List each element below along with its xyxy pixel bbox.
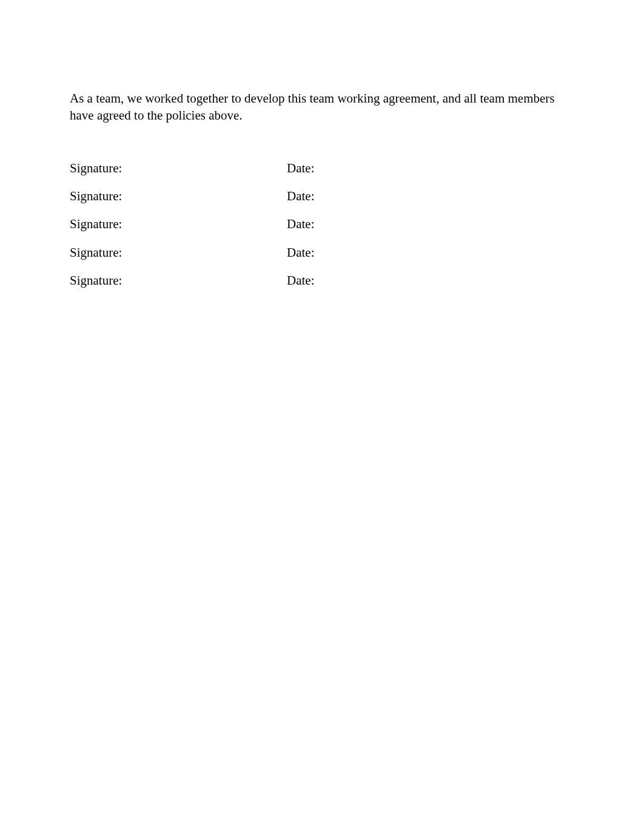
date-label: Date: <box>287 160 314 177</box>
agreement-intro-text: As a team, we worked together to develop… <box>70 90 574 124</box>
signature-row: Signature: Date: <box>70 215 574 232</box>
signature-label: Signature: <box>70 215 287 232</box>
signature-row: Signature: Date: <box>70 272 574 289</box>
date-label: Date: <box>287 272 314 289</box>
date-label: Date: <box>287 244 314 261</box>
signature-row: Signature: Date: <box>70 244 574 261</box>
signature-row: Signature: Date: <box>70 160 574 177</box>
signature-block: Signature: Date: Signature: Date: Signat… <box>70 160 574 289</box>
signature-label: Signature: <box>70 272 287 289</box>
signature-row: Signature: Date: <box>70 188 574 205</box>
signature-label: Signature: <box>70 188 287 205</box>
signature-label: Signature: <box>70 244 287 261</box>
signature-label: Signature: <box>70 160 287 177</box>
date-label: Date: <box>287 188 314 205</box>
date-label: Date: <box>287 215 314 232</box>
